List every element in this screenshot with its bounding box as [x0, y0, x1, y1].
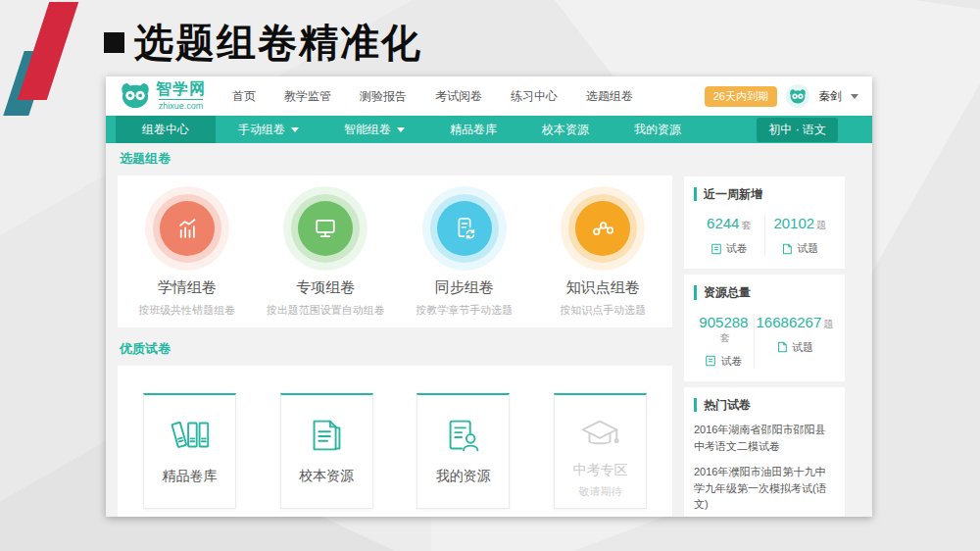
compose-option-desc: 按出题范围设置自动组卷 [260, 303, 392, 318]
nav-item-manual-compose[interactable]: 手动组卷 [216, 116, 321, 143]
compose-section-heading: 选题组卷 [120, 150, 672, 168]
content-main: 选题组卷 学情组卷 按班级共性错题组卷 [118, 143, 672, 517]
compose-option-label: 知识点组卷 [537, 278, 669, 297]
main-nav-bar: 组卷中心 手动组卷 智能组卷 精品卷库 校本资源 我的资源 初中 · 语文 [106, 116, 872, 143]
question-page-icon [776, 341, 788, 353]
doc-person-icon [441, 413, 486, 458]
stat-label: 试题 [765, 241, 836, 256]
total-papers-stat: 905288套 试卷 [694, 314, 754, 369]
top-navigation: 首页 教学监管 测验报告 考试阅卷 练习中心 选题组卷 [232, 88, 633, 105]
stat-label-text: 试卷 [720, 354, 742, 369]
scatter-icon [588, 214, 617, 243]
slide-title-text: 选题组卷精准化 [134, 16, 422, 70]
compose-options-panel: 学情组卷 按班级共性错题组卷 专项组卷 按出题范围设置自动组卷 [118, 175, 672, 327]
website-screenshot: 智学网 zhixue.com 首页 教学监管 测验报告 考试阅卷 练习中心 选题… [106, 76, 872, 517]
weekly-heading: 近一周新增 [694, 187, 835, 201]
card-my-resources[interactable]: 我的资源 [416, 393, 510, 509]
stat-value: 20102 [773, 215, 814, 231]
halo-inner [430, 194, 499, 263]
nav-item-label: 手动组卷 [238, 122, 285, 138]
nav-item-compose-center[interactable]: 组卷中心 [116, 116, 216, 143]
nav-item-smart-compose[interactable]: 智能组卷 [321, 116, 427, 143]
stat-value: 16686267 [757, 314, 822, 330]
top-nav-paper-compose[interactable]: 选题组卷 [586, 88, 633, 105]
expiry-badge[interactable]: 26天内到期 [705, 86, 777, 107]
quality-section-heading: 优质试卷 [120, 340, 672, 358]
compose-option-sync[interactable]: 同步组卷 按教学章节手动选题 [398, 186, 530, 318]
user-name[interactable]: 秦剑 [818, 88, 842, 105]
stat-value: 905288 [699, 314, 748, 330]
top-nav-teaching-supervision[interactable]: 教学监管 [284, 88, 331, 105]
card-label: 精品卷库 [163, 468, 218, 485]
total-heading: 资源总量 [694, 285, 835, 299]
chart-icon [172, 214, 202, 243]
stat-value: 6244 [707, 215, 739, 231]
card-label: 校本资源 [299, 468, 354, 485]
title-square-bullet [104, 32, 124, 53]
circle-badge [575, 201, 630, 256]
hot-papers-list: 2016年湖南省邵阳市邵阳县中考语文二模试卷 2016年濮阳市油田第十九中学九年… [694, 422, 835, 517]
nav-item-school-resources[interactable]: 校本资源 [519, 116, 612, 143]
logo-name: 智学网 [156, 81, 206, 97]
hot-papers-panel: 热门试卷 2016年湖南省邵阳市邵阳县中考语文二模试卷 2016年濮阳市油田第十… [684, 387, 845, 517]
user-avatar[interactable] [786, 84, 809, 108]
top-nav-home[interactable]: 首页 [232, 88, 256, 105]
site-header: 智学网 zhixue.com 首页 教学监管 测验报告 考试阅卷 练习中心 选题… [106, 76, 872, 116]
top-nav-test-report[interactable]: 测验报告 [360, 88, 407, 105]
halo [145, 186, 229, 271]
card-school-resources[interactable]: 校本资源 [280, 393, 373, 509]
nav-item-label: 组卷中心 [142, 122, 189, 138]
total-stats: 905288套 试卷 16686267题 试题 [694, 314, 835, 369]
owl-logo-icon [120, 81, 151, 112]
paper-doc-icon [710, 243, 722, 255]
nav-item-my-resources[interactable]: 我的资源 [612, 116, 704, 143]
chevron-down-icon[interactable] [851, 94, 858, 99]
stat-label: 试卷 [694, 354, 754, 369]
hot-paper-link[interactable]: 2016年湖南省邵阳市邵阳县中考语文二模试卷 [694, 422, 835, 454]
slide-title: 选题组卷精准化 [104, 16, 422, 70]
nav-item-premium-papers[interactable]: 精品卷库 [427, 116, 519, 143]
compose-option-special-topic[interactable]: 专项组卷 按出题范围设置自动组卷 [260, 186, 392, 318]
circle-badge [298, 201, 353, 256]
hot-heading: 热门试卷 [694, 398, 835, 412]
owl-avatar-icon [789, 88, 807, 104]
compose-option-desc: 按班级共性错题组卷 [121, 303, 253, 318]
halo [422, 186, 507, 271]
stat-unit: 题 [823, 319, 833, 329]
doc-sync-icon [450, 214, 479, 243]
compose-option-learning-status[interactable]: 学情组卷 按班级共性错题组卷 [121, 186, 253, 318]
card-premium-papers[interactable]: 精品卷库 [143, 393, 236, 509]
chevron-down-icon [291, 127, 299, 132]
header-right: 26天内到期 秦剑 [705, 84, 858, 108]
logo-domain: zhixue.com [159, 99, 204, 111]
books-icon [168, 413, 213, 458]
halo-inner [568, 194, 637, 263]
papers-icon [304, 413, 349, 458]
stat-label: 试题 [755, 340, 835, 355]
stat-label-text: 试题 [792, 340, 813, 355]
sidebar: 近一周新增 6244套 试卷 20102题 试题 [684, 176, 845, 517]
weekly-new-panel: 近一周新增 6244套 试卷 20102题 试题 [684, 176, 845, 269]
circle-badge [160, 201, 215, 256]
compose-option-knowledge-point[interactable]: 知识点组卷 按知识点手动选题 [537, 186, 669, 318]
hot-paper-link[interactable]: 2016年濮阳市油田第十九中学九年级第一次模拟考试(语文) [694, 464, 835, 513]
stat-unit: 题 [816, 220, 826, 230]
slide: { "slide": { "title": "选题组卷精准化" }, "head… [0, 0, 980, 551]
weekly-papers-stat: 6244套 试卷 [694, 215, 764, 256]
nav-item-label: 智能组卷 [344, 122, 391, 138]
compose-option-label: 学情组卷 [121, 278, 253, 297]
grade-subject-button[interactable]: 初中 · 语文 [757, 118, 838, 142]
halo-inner [291, 194, 360, 263]
stat-label-text: 试卷 [726, 241, 748, 256]
card-label: 中考专区 [572, 462, 627, 479]
top-nav-practice-center[interactable]: 练习中心 [511, 88, 558, 105]
compose-option-label: 专项组卷 [260, 278, 392, 297]
zhixue-logo[interactable]: 智学网 zhixue.com [120, 81, 206, 112]
nav-item-label: 我的资源 [634, 122, 681, 138]
halo [561, 186, 645, 271]
nav-item-label: 校本资源 [542, 122, 589, 138]
top-nav-exam-marking[interactable]: 考试阅卷 [435, 88, 482, 105]
graduation-cap-icon [577, 413, 622, 458]
total-questions-stat: 16686267题 试题 [754, 314, 835, 369]
stat-unit: 套 [719, 332, 729, 343]
